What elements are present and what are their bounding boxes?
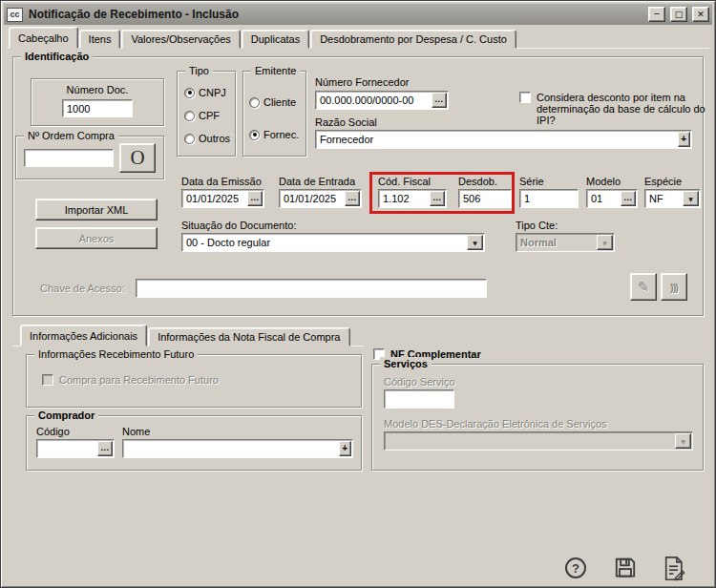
ipi-checkbox[interactable] [519,92,531,103]
recebimento-futuro-legend: Informações Recebimento Futuro [34,347,198,361]
data-entrada-input[interactable]: 01/01/2025 ... [279,189,362,208]
generate-document-icon [661,555,686,582]
serie-label: Série [519,176,544,188]
ordem-compra-box: Nº Ordem Compra O [15,136,164,179]
razao-social-input[interactable]: Fornecedor + [315,130,692,149]
tab-itens[interactable]: Itens [79,30,121,49]
pencil-icon: ✎ [638,279,650,296]
modelo-des-dropdown: ▼ [384,431,693,451]
numero-fornecedor-label: Número Fornecedor [315,76,409,89]
servicos-group: Serviços Código Serviço Modelo DES-Decla… [371,364,704,471]
dialog-window: cc Notificação de Recebimento - Inclusão… [0,0,716,588]
numero-fornecedor-value: 00.000.000/0000-00 [316,94,431,106]
situacao-dropdown[interactable]: 00 - Docto regular ▼ [181,233,485,252]
close-button[interactable]: ✕ [692,7,709,22]
chave-acesso-input[interactable] [136,279,487,298]
modelo-input[interactable]: 01 ... [586,189,638,208]
help-icon: ? [565,557,586,578]
save-icon [613,556,638,580]
data-emissao-label: Data da Emissão [181,176,262,188]
numero-doc-box: Número Doc. 1000 [31,78,164,126]
modelo-lookup-button[interactable]: ... [621,191,636,206]
window-title: Notificação de Recebimento - Inclusão [27,8,643,21]
modelo-des-label: Modelo DES-Declaração Eletrônica de Serv… [384,418,607,430]
ordem-compra-input[interactable] [24,149,114,167]
comprador-codigo-input[interactable]: ... [36,439,115,458]
numero-doc-label: Número Doc. [32,84,163,96]
tipo-group: Tipo CNPJ CPF Outros [177,71,236,157]
comprador-codigo-lookup-button[interactable]: ... [97,441,113,456]
especie-chevron-down-icon[interactable]: ▼ [683,191,699,206]
cod-fiscal-label: Cód. Fiscal [378,176,431,188]
data-emissao-calendar-button[interactable]: ... [247,191,263,206]
radio-fornecedor-label: Fornec. [263,129,299,140]
tipo-cte-chevron-down-icon: ▼ [597,235,613,250]
anexos-button[interactable]: Anexos [35,227,158,249]
desdob-label: Desdob. [458,176,497,188]
razao-social-add-button[interactable]: + [678,132,690,147]
save-button[interactable] [612,555,639,581]
servicos-legend: Serviços [380,357,432,370]
numero-doc-input[interactable]: 1000 [62,99,133,117]
ordem-compra-label: Nº Ordem Compra [24,129,118,142]
comprador-nome-input[interactable]: + [122,439,353,458]
minimize-button[interactable]: ─ [648,7,665,22]
emitente-legend: Emitente [251,64,300,77]
tab-desdobramento[interactable]: Desdobramento por Despesa / C. Custo [310,30,516,49]
especie-dropdown[interactable]: NF ▼ [644,189,701,208]
help-button[interactable]: ? [562,555,589,581]
radio-cliente-label: Cliente [263,96,296,108]
tab-duplicatas[interactable]: Duplicatas [242,30,309,49]
titlebar[interactable]: cc Notificação de Recebimento - Inclusão… [4,4,712,25]
emitente-group: Emitente Cliente Fornec. [242,71,306,157]
data-emissao-value: 01/01/2025 [182,193,246,204]
radio-fornecedor[interactable] [249,130,260,140]
ordem-compra-lookup-button[interactable]: O [119,143,156,173]
numero-fornecedor-lookup-button[interactable]: ... [432,93,447,108]
recebimento-futuro-checkbox [42,374,53,386]
codigo-servico-label: Código Serviço [384,376,455,388]
serie-input[interactable]: 1 [519,189,579,208]
app-icon: cc [7,8,23,22]
radio-cpf[interactable] [184,111,195,121]
main-tabstrip: Cabeçalho Itens Valores/Observações Dupl… [9,27,517,49]
sign-button: ✎ [630,273,657,301]
subtab-nota-fiscal-compra[interactable]: Informações da Nota Fiscal de Compra [148,327,349,346]
cod-fiscal-lookup-button[interactable]: ... [430,191,445,206]
tipo-cte-label: Tipo Cte: [516,220,558,232]
importar-xml-button[interactable]: Importar XML [35,199,158,220]
recebimento-futuro-group: Informações Recebimento Futuro Compra pa… [26,354,362,408]
modelo-des-chevron-down-icon: ▼ [675,433,691,449]
subtab-informacoes-adicionais[interactable]: Informações Adicionais [20,325,147,346]
comprador-nome-add-button[interactable]: + [339,441,351,456]
data-emissao-input[interactable]: 01/01/2025 ... [181,189,264,208]
desdob-input[interactable]: 506 [458,189,512,208]
chave-acesso-label: Chave de Acesso: [40,283,125,295]
tab-cabecalho[interactable]: Cabeçalho [9,27,78,49]
comprador-group: Comprador Código ... Nome + [26,415,362,471]
data-entrada-label: Data de Entrada [279,176,355,188]
situacao-chevron-down-icon[interactable]: ▼ [467,235,483,250]
codigo-servico-input [384,389,454,409]
ipi-checkbox-label: Considera desconto por item na determina… [537,92,706,126]
identificacao-group: Identificação Número Doc. 1000 Nº Ordem … [12,56,704,316]
numero-fornecedor-input[interactable]: 00.000.000/0000-00 ... [315,91,449,110]
comprador-nome-label: Nome [122,426,150,438]
ordem-compra-o-icon: O [130,146,144,170]
data-entrada-calendar-button[interactable]: ... [345,191,360,206]
tipo-legend: Tipo [185,64,213,77]
radio-outros-label: Outros [199,133,230,144]
radio-outros[interactable] [184,134,195,144]
transmit-button: ))) [661,273,687,301]
tab-valores-observacoes[interactable]: Valores/Observações [121,30,240,49]
sub-tabstrip: Informações Adicionais Informações da No… [20,324,351,346]
radio-cnpj[interactable] [184,88,195,98]
generate-document-button[interactable] [660,554,686,582]
identificacao-legend: Identificação [21,50,93,63]
cod-fiscal-input[interactable]: 1.102 ... [378,189,447,208]
radio-cliente[interactable] [249,97,260,108]
maximize-button[interactable]: □ [670,7,687,22]
especie-value: NF [645,193,682,204]
radio-cnpj-label: CNPJ [199,87,226,98]
especie-label: Espécie [644,176,682,188]
